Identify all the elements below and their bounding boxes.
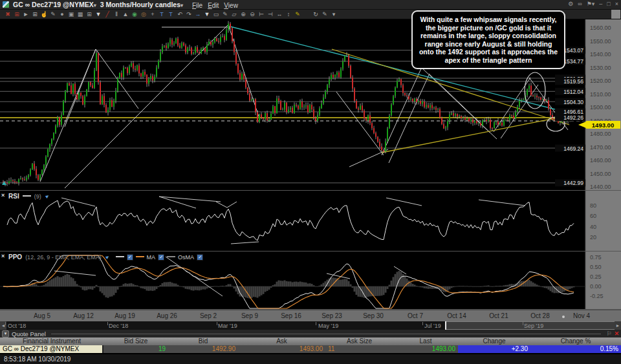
svg-text:0.00: 0.00 [590, 283, 602, 290]
svg-text:0.25: 0.25 [590, 273, 602, 280]
annotation-line: range since early August & still holding [416, 40, 561, 48]
svg-text:1530.00: 1530.00 [590, 65, 611, 71]
ppo-legend-swatch [116, 256, 124, 257]
svg-text:1520.00: 1520.00 [590, 78, 611, 84]
annotation-line: onto the 1492 support as it approaches t… [416, 48, 561, 56]
checkbox[interactable]: ✓ [158, 254, 164, 261]
svg-text:1492.26: 1492.26 [563, 114, 583, 121]
svg-text:1510.00: 1510.00 [590, 91, 611, 98]
svg-text:40: 40 [590, 224, 596, 230]
annotation-line: With quite a few whipsaw signals recentl… [416, 16, 561, 24]
svg-text:20: 20 [590, 234, 596, 241]
svg-text:1560.00: 1560.00 [590, 25, 611, 31]
svg-text:1442.99: 1442.99 [563, 180, 583, 186]
svg-text:1543.07: 1543.07 [563, 47, 583, 54]
ppo-legend: ✓MA✓OsMA✓ [116, 254, 204, 261]
svg-text:1500.00: 1500.00 [590, 104, 611, 111]
svg-text:1534.77: 1534.77 [563, 58, 583, 65]
chart-annotation-note[interactable]: With quite a few whipsaw signals recentl… [411, 10, 565, 69]
rsi-header: RSI (9) ► [8, 193, 50, 200]
svg-text:1440.00: 1440.00 [590, 184, 611, 190]
svg-text:0.75: 0.75 [590, 254, 602, 261]
rsi-title: RSI [8, 193, 19, 200]
rsi-close-icon[interactable]: × [1, 192, 5, 198]
rsi-line-swatch [23, 195, 31, 197]
svg-text:80: 80 [590, 202, 596, 209]
ppo-params-label: (12, 26, 9 - EMA, EMA, EMA) [25, 254, 102, 261]
svg-text:1512.04: 1512.04 [563, 89, 583, 95]
annotation-line: remains in the large, sloppy consolidati… [416, 32, 561, 40]
svg-text:1550.00: 1550.00 [590, 38, 611, 45]
svg-text:1480.00: 1480.00 [590, 131, 611, 137]
ppo-legend-label: MA [147, 254, 156, 261]
checkbox[interactable]: ✓ [197, 254, 203, 261]
checkbox[interactable]: ✓ [127, 254, 133, 261]
svg-text:1470.00: 1470.00 [590, 144, 611, 151]
ppo-pointer-icon[interactable]: ► [104, 253, 111, 261]
svg-text:1450.00: 1450.00 [590, 171, 611, 177]
svg-text:-0.25: -0.25 [590, 293, 604, 299]
svg-text:1469.24: 1469.24 [563, 145, 583, 152]
ppo-legend-swatch [167, 256, 175, 257]
annotation-line: the bigger picture on /GC gold is that i… [416, 24, 561, 32]
svg-text:0.50: 0.50 [590, 264, 602, 270]
ppo-legend-label: OsMA [178, 254, 194, 261]
svg-text:1540.00: 1540.00 [590, 51, 611, 58]
annotation-line: apex of the triangle pattern [416, 56, 561, 65]
svg-text:1460.00: 1460.00 [590, 157, 611, 164]
ppo-close-icon[interactable]: × [1, 253, 5, 259]
ppo-legend-swatch [136, 256, 144, 257]
rsi-period-label: (9) [34, 193, 41, 200]
svg-text:60: 60 [590, 213, 596, 219]
ppo-title: PPO [8, 253, 22, 261]
ppo-header: PPO (12, 26, 9 - EMA, EMA, EMA) ► ✓MA✓Os… [8, 253, 203, 261]
svg-text:1493.00: 1493.00 [592, 122, 614, 129]
svg-text:1519.56: 1519.56 [563, 78, 583, 85]
svg-text:1504.30: 1504.30 [563, 99, 583, 105]
